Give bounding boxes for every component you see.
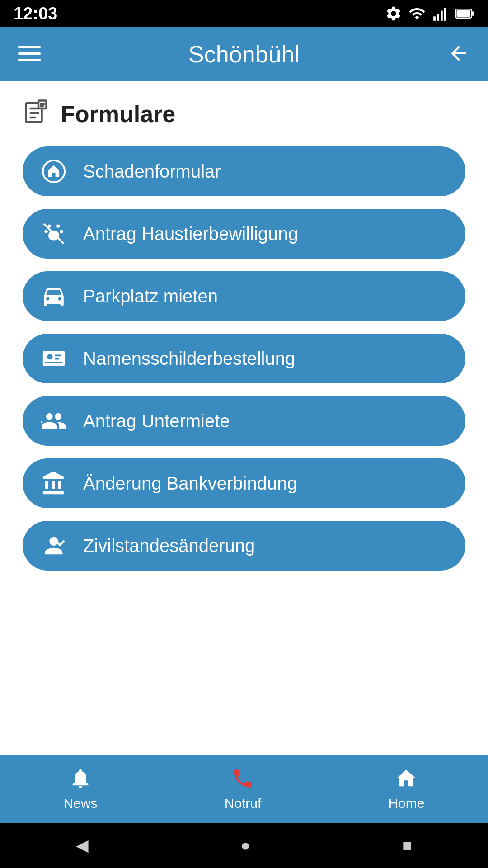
- namensschilderbestellung-button[interactable]: Namensschilderbestellung: [23, 334, 465, 383]
- svg-point-15: [44, 230, 47, 233]
- antrag-untermiete-label: Antrag Untermiete: [83, 411, 230, 431]
- users-icon: [41, 408, 67, 434]
- android-recent-button[interactable]: ■: [402, 836, 412, 855]
- svg-rect-23: [45, 362, 63, 363]
- svg-rect-5: [472, 11, 474, 16]
- nav-notruf[interactable]: Notruf: [225, 767, 262, 811]
- app-header: Schönbühl: [0, 27, 488, 81]
- svg-rect-18: [43, 351, 65, 366]
- zivilstandesaenderung-label: Zivilstandesänderung: [83, 536, 255, 556]
- svg-rect-1: [437, 14, 439, 21]
- forms-icon: [23, 99, 50, 128]
- home-label: Home: [388, 796, 424, 811]
- car-icon: [41, 283, 67, 309]
- antrag-haustierbewilligung-button[interactable]: Antrag Haustierbewilligung: [23, 209, 465, 259]
- namensschilderbestellung-label: Namensschilderbestellung: [83, 349, 295, 369]
- bell-icon: [69, 767, 92, 792]
- svg-rect-2: [441, 11, 443, 21]
- wifi-icon: [408, 5, 426, 22]
- parkplatz-mieten-label: Parkplatz mieten: [83, 286, 218, 307]
- svg-rect-22: [55, 358, 59, 360]
- svg-rect-6: [456, 10, 470, 17]
- antrag-untermiete-button[interactable]: Antrag Untermiete: [23, 396, 465, 446]
- home-icon: [41, 158, 67, 184]
- svg-point-16: [60, 230, 63, 233]
- svg-rect-3: [444, 8, 446, 20]
- svg-rect-21: [55, 355, 61, 357]
- status-icons: [385, 5, 474, 22]
- news-label: News: [64, 796, 98, 811]
- parkplatz-mieten-button[interactable]: Parkplatz mieten: [23, 271, 465, 321]
- menu-button[interactable]: [18, 42, 41, 66]
- civil-icon: [41, 533, 67, 559]
- page-heading-text: Formulare: [61, 100, 175, 127]
- status-time: 12:03: [14, 4, 57, 24]
- svg-rect-9: [18, 59, 41, 61]
- page-heading: Formulare: [23, 99, 465, 128]
- nav-news[interactable]: News: [64, 767, 98, 811]
- schadenformular-label: Schadenformular: [83, 161, 221, 182]
- antrag-haustierbewilligung-label: Antrag Haustierbewilligung: [83, 224, 298, 244]
- home-nav-icon: [394, 767, 418, 792]
- aenderung-bankverbindung-button[interactable]: Änderung Bankverbindung: [23, 458, 465, 508]
- svg-rect-20: [47, 354, 53, 359]
- svg-point-14: [56, 224, 60, 227]
- nameplate-icon: [41, 345, 67, 372]
- android-back-button[interactable]: ◀: [76, 836, 89, 855]
- bank-icon: [41, 470, 67, 496]
- aenderung-bankverbindung-label: Änderung Bankverbindung: [83, 473, 297, 494]
- svg-rect-7: [18, 46, 41, 48]
- settings-icon: [385, 5, 402, 22]
- phone-icon: [231, 767, 254, 792]
- schadenformular-button[interactable]: Schadenformular: [23, 146, 465, 196]
- status-bar: 12:03: [0, 0, 488, 27]
- header-title: Schönbühl: [188, 41, 300, 68]
- nav-home[interactable]: Home: [388, 767, 424, 811]
- android-home-button[interactable]: ●: [240, 836, 250, 855]
- zivilstandesaenderung-button[interactable]: Zivilstandesänderung: [23, 521, 465, 571]
- back-button[interactable]: [447, 42, 470, 66]
- menu-list: Schadenformular Antrag Haustierbewilligu…: [23, 146, 465, 571]
- svg-rect-0: [433, 16, 436, 20]
- bottom-nav: News Notruf Home: [0, 755, 488, 823]
- pet-icon: [41, 221, 67, 247]
- signal-icon: [432, 5, 449, 22]
- notruf-label: Notruf: [225, 796, 262, 811]
- android-nav-bar: ◀ ● ■: [0, 823, 488, 868]
- battery-icon: [455, 5, 474, 22]
- main-content: Formulare Schadenformular: [0, 81, 488, 755]
- svg-line-17: [44, 224, 64, 244]
- svg-rect-8: [18, 52, 41, 55]
